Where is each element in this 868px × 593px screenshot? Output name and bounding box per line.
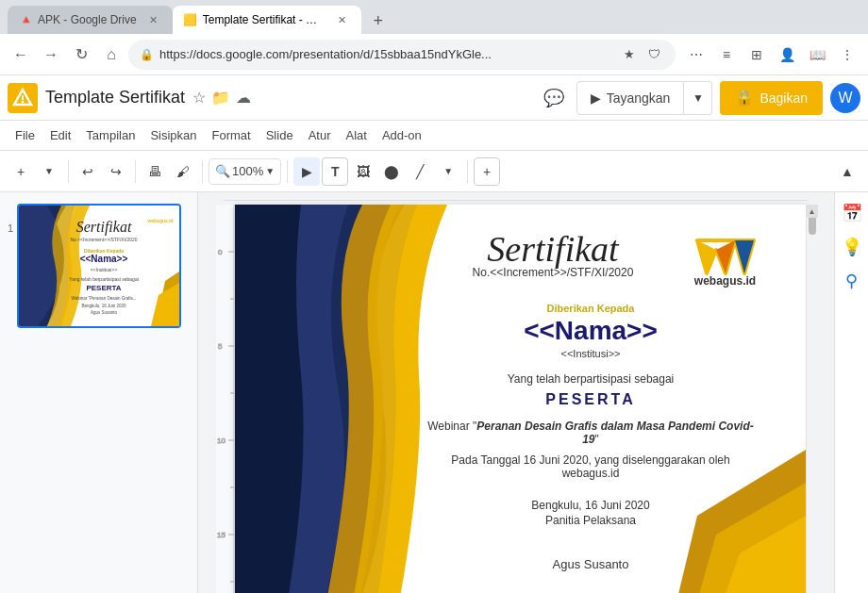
reload-button[interactable]: ↻ xyxy=(68,41,94,68)
header-right: 💬 ▶ Tayangkan ▼ 🔒 Bagikan W xyxy=(539,81,860,115)
svg-text:webagus.id: webagus.id xyxy=(147,218,174,223)
cert-agus: Agus Susanto xyxy=(553,557,629,571)
toolbar-image-btn[interactable]: 🖼 xyxy=(350,157,376,186)
back-button[interactable]: ← xyxy=(8,41,34,68)
svg-text:15: 15 xyxy=(217,531,225,539)
toolbar-sep4 xyxy=(287,160,288,183)
browser-actions: ⋯ ≡ ⊞ 👤 📖 ⋮ xyxy=(683,41,860,68)
user-avatar[interactable]: W xyxy=(830,83,860,113)
toolbar-paintformat-btn[interactable]: 🖌 xyxy=(170,157,196,186)
toolbar-redo-btn[interactable]: ↪ xyxy=(103,157,129,186)
toolbar-line-dropdown[interactable]: ▼ xyxy=(435,157,461,186)
svg-text:<<Nama>>: <<Nama>> xyxy=(80,254,128,264)
slide-thumb-wrapper: 1 xyxy=(8,204,190,328)
address-bar[interactable]: 🔒 https://docs.google.com/presentation/d… xyxy=(128,40,676,70)
slide-canvas[interactable]: Sertifikat No.<<Increment>>/STF/XI/2020 xyxy=(235,205,806,593)
present-btn-group: ▶ Tayangkan ▼ xyxy=(576,81,713,115)
home-button[interactable]: ⌂ xyxy=(98,41,125,68)
menu-atur[interactable]: Atur xyxy=(301,124,339,146)
cert-title: Sertifikat xyxy=(487,228,618,270)
address-text: https://docs.google.com/presentation/d/1… xyxy=(159,47,613,61)
bookmark-icon[interactable]: ★ xyxy=(619,44,640,65)
svg-text:5: 5 xyxy=(218,342,223,351)
account-icon[interactable]: 👤 xyxy=(774,41,800,68)
forward-button[interactable]: → xyxy=(38,41,64,68)
slide-number: 1 xyxy=(8,222,13,234)
toolbar-print-btn[interactable]: 🖶 xyxy=(142,157,168,186)
toolbar-line-btn[interactable]: ╱ xyxy=(407,157,433,186)
menu-sisipkan[interactable]: Sisipkan xyxy=(142,124,204,146)
browser-frame: 🔺 APK - Google Drive ✕ 🟨 Template Sertif… xyxy=(0,0,868,593)
present-dropdown[interactable]: ▼ xyxy=(684,81,712,115)
cloud-icon[interactable]: ☁ xyxy=(236,89,251,107)
lock-share-icon: 🔒 xyxy=(735,89,754,107)
menu-bar: File Edit Tampilan Sisipkan Format Slide… xyxy=(0,121,868,151)
tab-drive-title: APK - Google Drive xyxy=(38,13,137,26)
toolbar-new-btn[interactable]: + xyxy=(8,157,34,186)
tab-drive-close[interactable]: ✕ xyxy=(146,12,161,27)
extensions-icon[interactable]: ⋯ xyxy=(683,41,709,68)
toolbar-select-btn[interactable]: ▶ xyxy=(293,157,320,186)
toolbar-sep5 xyxy=(467,160,468,183)
svg-text:0: 0 xyxy=(218,248,223,256)
new-tab-button[interactable]: + xyxy=(365,8,392,34)
menu-tampilan[interactable]: Tampilan xyxy=(78,124,142,146)
menu-format[interactable]: Format xyxy=(205,124,259,146)
play-icon: ▶ xyxy=(591,91,601,106)
slide-editor: 0 5 10 15 20 25 xyxy=(198,192,834,593)
svg-text:10: 10 xyxy=(217,437,225,445)
menu-edit[interactable]: Edit xyxy=(42,124,78,146)
menu-addon[interactable]: Add-on xyxy=(375,124,429,146)
tab-drive[interactable]: 🔺 APK - Google Drive ✕ xyxy=(8,6,173,34)
drive-icon[interactable]: 📁 xyxy=(211,89,230,107)
shield-icon[interactable]: 🛡 xyxy=(643,44,664,65)
app-header: Template Sertifikat ☆ 📁 ☁ 💬 ▶ Tayangkan … xyxy=(0,75,868,121)
cert-bengkulu: Bengkulu, 16 Juni 2020 xyxy=(531,499,649,512)
comment-button[interactable]: 💬 xyxy=(539,83,569,113)
toolbar-zoom-select[interactable]: 🔍 100% ▼ xyxy=(209,158,281,185)
cert-webinar-prefix: Webinar " xyxy=(427,420,476,433)
svg-text:Agus Susanto: Agus Susanto xyxy=(91,310,118,315)
scrollbar-vertical[interactable]: ▲ xyxy=(806,205,817,593)
scroll-up-arrow[interactable]: ▲ xyxy=(807,205,818,218)
svg-text:PESERTA: PESERTA xyxy=(87,284,122,292)
toolbar-collapse-btn[interactable]: ▲ xyxy=(834,157,860,186)
tab-slides-close[interactable]: ✕ xyxy=(335,12,350,27)
tab-drive-favicon: 🔺 xyxy=(19,13,32,26)
tab-slides-title: Template Sertifikat - Google Sli... xyxy=(203,13,326,26)
toolbar-dropdown-btn[interactable]: ▼ xyxy=(36,157,62,186)
menu-icon[interactable]: ⋮ xyxy=(834,41,860,68)
toolbar-shape-btn[interactable]: ⬤ xyxy=(378,157,405,186)
toolbar-sep1 xyxy=(68,160,69,183)
svg-text:<<Institusi>>: <<Institusi>> xyxy=(91,267,118,272)
bookmark-manager-icon[interactable]: ≡ xyxy=(713,41,740,68)
reading-icon[interactable]: 📖 xyxy=(804,41,830,68)
cert-diberikan-label: Diberikan Kepada xyxy=(547,303,635,314)
compass-icon[interactable]: ⚲ xyxy=(839,268,865,294)
slides-panel: 1 xyxy=(0,192,198,593)
lightbulb-icon[interactable]: 💡 xyxy=(839,234,865,260)
menu-slide[interactable]: Slide xyxy=(259,124,301,146)
toolbar-text-btn[interactable]: T xyxy=(322,157,348,186)
slide-thumbnail[interactable]: Sertifikat webagus.id No.<<Increment>>/S… xyxy=(17,204,181,328)
app-title-actions: ☆ 📁 ☁ xyxy=(192,89,251,107)
cert-yang-telah: Yang telah berpartisipasi sebagai xyxy=(508,372,675,386)
cert-webinar-title: Peranan Desain Grafis dalam Masa Pandemi… xyxy=(476,420,753,446)
svg-text:Bengkulu, 16 Juni 2020: Bengkulu, 16 Juni 2020 xyxy=(82,304,127,308)
svg-point-1 xyxy=(22,100,25,103)
toolbar-add-btn[interactable]: + xyxy=(474,157,500,186)
star-icon[interactable]: ☆ xyxy=(192,89,206,107)
slide-canvas-wrapper: 0 5 10 15 19 xyxy=(206,201,826,593)
tab-slides[interactable]: 🟨 Template Sertifikat - Google Sli... ✕ xyxy=(173,6,361,34)
cert-panitia: Panitia Pelaksana xyxy=(545,514,636,527)
user-letter: W xyxy=(838,90,852,107)
present-button[interactable]: ▶ Tayangkan xyxy=(576,81,685,115)
share-button[interactable]: 🔒 Bagikan xyxy=(720,81,823,115)
zoom-level: 100% xyxy=(232,164,263,178)
sync-icon[interactable]: ⊞ xyxy=(743,41,770,68)
menu-file[interactable]: File xyxy=(8,124,42,146)
menu-alat[interactable]: Alat xyxy=(338,124,374,146)
tab-bar: 🔺 APK - Google Drive ✕ 🟨 Template Sertif… xyxy=(0,0,868,34)
toolbar-undo-btn[interactable]: ↩ xyxy=(75,157,101,186)
calendar-icon[interactable]: 📅 xyxy=(839,200,865,226)
